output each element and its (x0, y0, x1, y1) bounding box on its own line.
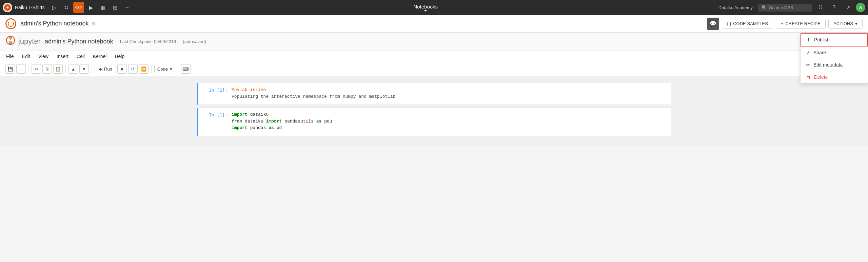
run-icon: ⏭ (98, 67, 103, 72)
notebook-header-bar: admin's Python notebook ⚙ 💬 { } CODE SAM… (0, 15, 868, 33)
from-keyword: from (232, 119, 242, 124)
menu-kernel[interactable]: Kernel (92, 52, 107, 60)
menu-insert[interactable]: Insert (56, 52, 69, 60)
cell-2-code-3[interactable]: import pandas as pd (232, 125, 666, 130)
cell-2-line-3: import pandas as pd (204, 125, 666, 130)
top-navigation: ✦ Haiku T-Shirts ▷ ↻ </> ▶ ▦ ⊞ ··· Noteb… (0, 0, 868, 15)
nav-notebooks[interactable]: Notebooks (413, 4, 438, 12)
cell-1-output-text: Populating the interactive namespace fro… (232, 94, 396, 99)
toolbar-separator-1 (28, 65, 29, 73)
nav-dashboard-icon[interactable]: ⊞ (110, 2, 121, 13)
toolbar-stop-button[interactable]: ■ (117, 64, 127, 74)
as-keyword-2: as (269, 125, 274, 130)
notebooks-arrow-icon (424, 10, 427, 12)
cell-1-output: Populating the interactive namespace fro… (232, 94, 666, 99)
grid-icon[interactable]: ⠿ (815, 2, 826, 13)
search-box[interactable]: 🔍 Search DSS... (758, 4, 812, 12)
jupyter-menu-bar: File Edit View Insert Cell Kernel Help N… (0, 51, 868, 62)
actions-chevron-icon: ▾ (855, 21, 857, 26)
notebook-icon-ring (8, 21, 14, 27)
create-recipe-plus-icon: + (781, 21, 784, 26)
nav-more-icon[interactable]: ··· (122, 2, 133, 13)
toolbar-separator-5 (178, 65, 178, 73)
jupyter-logo: jupyter (5, 35, 41, 48)
as-keyword-1: as (316, 119, 322, 124)
user-avatar[interactable]: A (856, 3, 865, 12)
nav-share-icon[interactable]: ▷ (49, 2, 60, 13)
cell-2-code-2[interactable]: from dataiku import pandasutils as pdu (232, 119, 666, 124)
toolbar-copy-button[interactable]: ⎘ (42, 64, 52, 74)
code-samples-icon: { } (727, 21, 731, 26)
toolbar-fast-forward-button[interactable]: ⏩ (139, 64, 149, 74)
dropdown-item-share[interactable]: ↗ Share (801, 46, 868, 59)
cell-2: In [1]: import dataiku from dataiku impo… (197, 108, 671, 136)
code-samples-label: CODE SAMPLES (733, 21, 768, 26)
jupyter-toolbar: 💾 + ✂ ⎘ 📋 ▲ ▼ ⏭ Run ■ ↺ ⏩ Code ▾ ⌨ (0, 62, 868, 76)
dropdown-item-delete[interactable]: 🗑 Delete (801, 71, 868, 83)
dataiku-academy-link[interactable]: Dataiku Academy (718, 5, 753, 10)
menu-file[interactable]: File (5, 52, 15, 60)
jupyter-text: jupyter (18, 37, 41, 46)
cell-2-body[interactable]: In [1]: import dataiku from dataiku impo… (198, 108, 671, 136)
create-recipe-button[interactable]: + CREATE RECIPE (776, 19, 826, 29)
cell-2-label: In [1]: (204, 112, 228, 117)
toolbar-save-button[interactable]: 💾 (5, 64, 15, 74)
help-icon[interactable]: ? (829, 2, 840, 13)
toolbar-restart-button[interactable]: ↺ (128, 64, 138, 74)
cell-1-label: In [2]: (204, 87, 228, 93)
search-placeholder: Search DSS... (769, 5, 797, 10)
search-icon: 🔍 (762, 5, 767, 10)
toolbar-separator-3 (92, 65, 92, 73)
nav-play-icon[interactable]: ▶ (85, 2, 96, 13)
menu-edit[interactable]: Edit (21, 52, 31, 60)
app-logo[interactable]: ✦ (3, 3, 12, 12)
dropdown-item-edit-metadata[interactable]: ✏ Edit metadata (801, 59, 868, 71)
edit-metadata-icon: ✏ (806, 62, 810, 68)
publish-icon: ⬆ (807, 37, 811, 42)
toolbar-down-button[interactable]: ▼ (79, 64, 89, 74)
analytics-icon[interactable]: ↗ (842, 2, 853, 13)
delete-icon: 🗑 (806, 74, 811, 80)
toolbar-run-button[interactable]: ⏭ Run (95, 65, 116, 73)
toolbar-paste-button[interactable]: 📋 (53, 64, 63, 74)
nav-table-icon[interactable]: ▦ (98, 2, 108, 13)
cell-1-code[interactable]: %pylab inline (232, 87, 666, 93)
import-keyword-1: import (232, 112, 248, 117)
menu-help[interactable]: Help (114, 52, 125, 60)
cell-2-line-1: In [1]: import dataiku (204, 112, 666, 117)
jupyter-checkpoint: Last Checkpoint: 05/09/2019 (120, 39, 176, 44)
menu-cell[interactable]: Cell (76, 52, 85, 60)
cell-2-code-1[interactable]: import dataiku (232, 112, 666, 117)
toolbar-up-button[interactable]: ▲ (68, 64, 78, 74)
actions-button[interactable]: ACTIONS ▾ (828, 19, 863, 29)
nav-code-icon[interactable]: </> (73, 2, 84, 13)
header-actions: 💬 { } CODE SAMPLES + CREATE RECIPE ACTIO… (707, 18, 863, 30)
toolbar-separator-2 (65, 65, 66, 73)
dropdown-item-publish[interactable]: ⬆ Publish (801, 33, 868, 46)
cell-1-body[interactable]: In [2]: %pylab inline Populating the int… (198, 83, 671, 105)
pdu-alias: pdu (324, 119, 332, 124)
share-icon: ↗ (806, 50, 810, 55)
code-samples-button[interactable]: { } CODE SAMPLES (722, 19, 773, 29)
actions-label: ACTIONS (833, 21, 853, 26)
chat-button[interactable]: 💬 (707, 18, 719, 30)
jupyter-autosaved: (autosaved) (183, 39, 206, 44)
notebook-title: admin's Python notebook (20, 20, 89, 27)
cell-1-output-line: Populating the interactive namespace fro… (204, 94, 666, 99)
pd-alias: pd (277, 125, 282, 130)
cell-type-dropdown[interactable]: Code ▾ (154, 65, 175, 73)
notebook-icon (5, 18, 16, 29)
import-dataiku: dataiku (250, 112, 269, 117)
cell-2-label-3 (204, 125, 228, 130)
dropdown-menu: ⬆ Publish ↗ Share ✏ Edit metadata 🗑 Dele… (800, 33, 868, 83)
toolbar-cut-button[interactable]: ✂ (32, 64, 41, 74)
toolbar-add-button[interactable]: + (16, 64, 26, 74)
notebook-settings-icon[interactable]: ⚙ (92, 21, 96, 26)
import-keyword-2: import (266, 119, 282, 124)
dropdown-share-label: Share (813, 50, 826, 55)
menu-view[interactable]: View (38, 52, 49, 60)
toolbar-keyboard-button[interactable]: ⌨ (181, 64, 191, 74)
project-name: Haiku T-Shirts (15, 5, 45, 10)
nav-center: Notebooks (134, 4, 717, 12)
nav-sync-icon[interactable]: ↻ (61, 2, 72, 13)
